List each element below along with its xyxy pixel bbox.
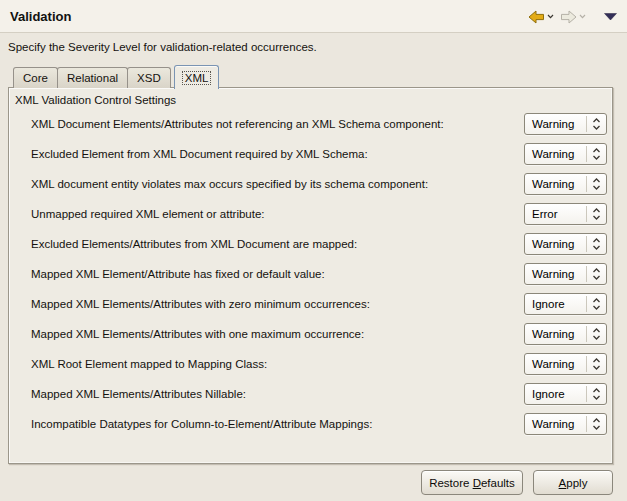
apply-button[interactable]: Apply bbox=[533, 470, 613, 495]
severity-value: Warning bbox=[525, 418, 586, 430]
tab-xml[interactable]: XML bbox=[174, 65, 220, 89]
updown-arrows-icon bbox=[587, 207, 606, 221]
forward-menu-chevron-icon[interactable] bbox=[579, 14, 586, 19]
severity-value: Warning bbox=[525, 148, 586, 160]
tab-xml-label: XML bbox=[182, 71, 212, 85]
severity-value: Ignore bbox=[525, 298, 586, 310]
setting-row: XML document entity violates max occurs … bbox=[31, 173, 607, 195]
severity-dropdown[interactable]: Warning bbox=[524, 323, 607, 345]
setting-label: XML Root Element mapped to Mapping Class… bbox=[31, 353, 524, 375]
severity-value: Warning bbox=[525, 358, 586, 370]
setting-label: XML document entity violates max occurs … bbox=[31, 173, 524, 195]
updown-arrows-icon bbox=[587, 117, 606, 131]
setting-label: Mapped XML Elements/Attributes with one … bbox=[31, 323, 524, 345]
back-icon[interactable] bbox=[528, 10, 545, 24]
updown-arrows-icon bbox=[587, 267, 606, 281]
setting-row: Excluded Element from XML Document requi… bbox=[31, 143, 607, 165]
setting-label: Unmapped required XML element or attribu… bbox=[31, 203, 524, 225]
restore-defaults-label-pre: Restore bbox=[429, 477, 472, 489]
setting-row: Unmapped required XML element or attribu… bbox=[31, 203, 607, 225]
severity-dropdown[interactable]: Warning bbox=[524, 113, 607, 135]
page-title: Validation bbox=[10, 9, 71, 24]
updown-arrows-icon bbox=[587, 387, 606, 401]
severity-dropdown[interactable]: Warning bbox=[524, 233, 607, 255]
setting-label: Mapped XML Element/Attribute has fixed o… bbox=[31, 263, 524, 285]
group-label: XML Validation Control Settings bbox=[15, 94, 176, 106]
back-menu-chevron-icon[interactable] bbox=[547, 14, 554, 19]
severity-dropdown[interactable]: Warning bbox=[524, 173, 607, 195]
severity-dropdown[interactable]: Warning bbox=[524, 143, 607, 165]
setting-label: Excluded Elements/Attributes from XML Do… bbox=[31, 233, 524, 255]
severity-dropdown[interactable]: Warning bbox=[524, 413, 607, 435]
setting-label: XML Document Elements/Attributes not ref… bbox=[31, 113, 524, 135]
severity-value: Warning bbox=[525, 268, 586, 280]
forward-icon[interactable] bbox=[560, 10, 577, 24]
apply-label-post: pply bbox=[566, 477, 587, 489]
tab-core[interactable]: Core bbox=[13, 67, 58, 88]
tab-xsd[interactable]: XSD bbox=[127, 67, 171, 88]
updown-arrows-icon bbox=[587, 417, 606, 431]
setting-label: Incompatible Datatypes for Column-to-Ele… bbox=[31, 413, 524, 435]
setting-row: Mapped XML Element/Attribute has fixed o… bbox=[31, 263, 607, 285]
updown-arrows-icon bbox=[587, 327, 606, 341]
setting-row: Mapped XML Elements/Attributes with one … bbox=[31, 323, 607, 345]
tab-relational[interactable]: Relational bbox=[57, 67, 128, 88]
setting-label: Mapped XML Elements/Attributes with zero… bbox=[31, 293, 524, 315]
severity-value: Ignore bbox=[525, 388, 586, 400]
tab-bar: Core Relational XSD XML bbox=[13, 65, 222, 88]
setting-label: Excluded Element from XML Document requi… bbox=[31, 143, 524, 165]
page-description: Specify the Severity Level for validatio… bbox=[8, 41, 619, 53]
severity-value: Warning bbox=[525, 178, 586, 190]
updown-arrows-icon bbox=[587, 357, 606, 371]
severity-dropdown[interactable]: Warning bbox=[524, 263, 607, 285]
severity-dropdown[interactable]: Error bbox=[524, 203, 607, 225]
tab-relational-label: Relational bbox=[67, 72, 118, 84]
page-header: Validation bbox=[0, 0, 627, 33]
severity-value: Warning bbox=[525, 238, 586, 250]
updown-arrows-icon bbox=[587, 297, 606, 311]
setting-row: XML Document Elements/Attributes not ref… bbox=[31, 113, 607, 135]
setting-label: Mapped XML Elements/Attributes Nillable: bbox=[31, 383, 524, 405]
severity-value: Warning bbox=[525, 328, 586, 340]
restore-defaults-button[interactable]: Restore Defaults bbox=[421, 470, 523, 495]
updown-arrows-icon bbox=[587, 147, 606, 161]
severity-dropdown[interactable]: Warning bbox=[524, 353, 607, 375]
nav-toolbar bbox=[528, 0, 619, 33]
validation-preferences-page: Validation Specify the Sev bbox=[0, 0, 627, 501]
tab-xsd-label: XSD bbox=[137, 72, 161, 84]
updown-arrows-icon bbox=[587, 237, 606, 251]
tab-core-label: Core bbox=[23, 72, 48, 84]
view-menu-icon[interactable] bbox=[604, 13, 617, 21]
setting-row: XML Root Element mapped to Mapping Class… bbox=[31, 353, 607, 375]
setting-row: Excluded Elements/Attributes from XML Do… bbox=[31, 233, 607, 255]
tab-content-panel: XML Validation Control Settings XML Docu… bbox=[8, 87, 613, 464]
severity-dropdown[interactable]: Ignore bbox=[524, 383, 607, 405]
severity-value: Warning bbox=[525, 118, 586, 130]
setting-row: Mapped XML Elements/Attributes Nillable:… bbox=[31, 383, 607, 405]
severity-dropdown[interactable]: Ignore bbox=[524, 293, 607, 315]
setting-row: Mapped XML Elements/Attributes with zero… bbox=[31, 293, 607, 315]
restore-defaults-mnemonic: D bbox=[473, 477, 481, 489]
restore-defaults-label-post: efaults bbox=[481, 477, 515, 489]
setting-row: Incompatible Datatypes for Column-to-Ele… bbox=[31, 413, 607, 435]
severity-value: Error bbox=[525, 208, 586, 220]
updown-arrows-icon bbox=[587, 177, 606, 191]
